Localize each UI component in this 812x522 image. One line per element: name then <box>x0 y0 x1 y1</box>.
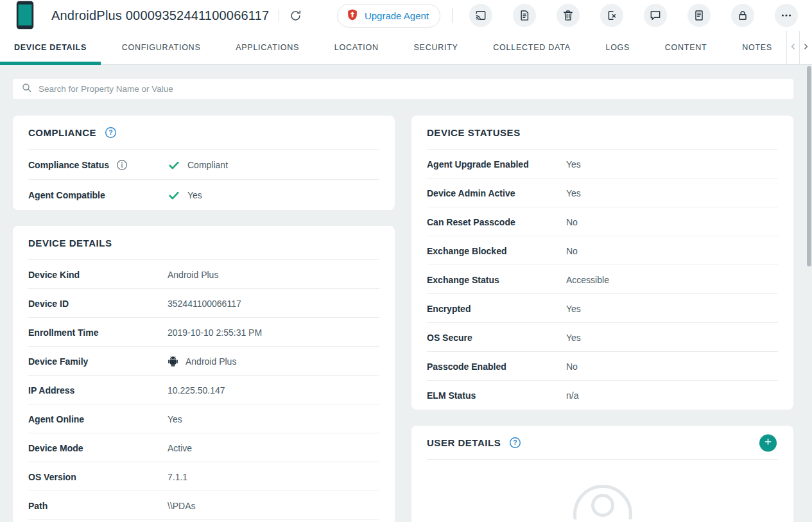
compliance-rows: Compliance Status Compliant Agent Compat… <box>13 150 395 210</box>
property-value: Yes <box>566 333 581 343</box>
person-placeholder-icon <box>572 483 634 522</box>
tab-device-details[interactable]: DEVICE DETAILS <box>0 31 101 64</box>
chevron-left-icon <box>789 42 797 53</box>
tab-label: NOTES <box>742 43 772 52</box>
property-value: 10.225.50.147 <box>168 385 225 396</box>
property-row: Device Family Android Plus <box>13 347 395 376</box>
property-row: IP Address 10.225.50.147 <box>13 376 395 405</box>
property-row: ELM Status n/a <box>411 381 793 410</box>
property-value: Accessible <box>566 275 609 285</box>
device-phone-icon <box>16 1 34 32</box>
property-label: Enrollment Time <box>28 327 168 338</box>
add-user-button[interactable] <box>759 434 777 451</box>
property-value: Android Plus <box>168 270 218 280</box>
tab-label: LOGS <box>605 43 630 52</box>
retire-device-icon <box>605 9 618 22</box>
property-value: Compliant <box>168 159 228 171</box>
tab-collected-data[interactable]: COLLECTED DATA <box>479 31 584 64</box>
compliance-card: COMPLIANCE ? Compliance Status Compliant… <box>13 116 395 210</box>
property-label: Agent Online <box>28 414 168 424</box>
tab-location[interactable]: LOCATION <box>320 31 393 64</box>
header-action-buttons <box>469 4 798 27</box>
property-label: Device Kind <box>28 270 168 280</box>
plus-icon <box>763 437 773 449</box>
property-value: 7.1.1 <box>168 472 187 482</box>
tab-label: APPLICATIONS <box>236 43 299 52</box>
android-icon <box>168 355 178 367</box>
tab-label: CONFIGURATIONS <box>122 43 201 52</box>
property-value: 2019-10-10 2:55:31 PM <box>168 327 262 338</box>
cast-icon <box>474 9 487 22</box>
tab-configurations[interactable]: CONFIGURATIONS <box>108 31 215 64</box>
tab-label: COLLECTED DATA <box>493 43 570 52</box>
file-document-icon <box>518 9 531 22</box>
property-value: Yes <box>168 189 202 202</box>
lock-device-button[interactable] <box>731 4 754 27</box>
device-report-button[interactable] <box>687 4 711 27</box>
info-icon[interactable] <box>116 159 128 171</box>
property-row: Agent Upgrade Enabled Yes <box>411 150 793 178</box>
property-row: Can Reset Passcode No <box>411 207 793 236</box>
tab-label: CONTENT <box>665 43 707 52</box>
property-row: Exchange Blocked No <box>411 236 793 265</box>
property-row: Agent Compatible Yes <box>13 180 395 210</box>
property-row: Path \\PDAs <box>13 491 395 520</box>
tab-security[interactable]: SECURITY <box>399 31 472 64</box>
file-document-button[interactable] <box>513 4 536 27</box>
property-row: Exchange Status Accessible <box>411 265 793 294</box>
property-value: 352441100066117 <box>168 299 241 309</box>
property-value: Android Plus <box>168 355 236 367</box>
send-message-button[interactable] <box>644 4 667 27</box>
user-details-card-title: USER DETAILS <box>427 437 501 448</box>
property-label: Compliance Status <box>28 159 168 171</box>
property-search-input[interactable] <box>39 84 785 94</box>
tab-content[interactable]: CONTENT <box>651 31 721 64</box>
property-row: OS Version 7.1.1 <box>13 462 395 491</box>
property-label: Agent Compatible <box>28 190 168 200</box>
upgrade-agent-button[interactable]: Upgrade Agent <box>337 4 440 28</box>
delete-button[interactable] <box>557 4 580 27</box>
tabs-scroll-next-button[interactable] <box>799 31 812 64</box>
property-value: No <box>566 361 578 372</box>
tab-label: LOCATION <box>334 43 379 52</box>
property-label: Encrypted <box>427 304 566 314</box>
property-label: IP Address <box>28 385 168 396</box>
right-column: DEVICE STATUSES Agent Upgrade Enabled Ye… <box>411 116 793 522</box>
more-options-icon <box>780 9 793 22</box>
tab-logs[interactable]: LOGS <box>591 31 644 64</box>
property-label: Agent Upgrade Enabled <box>427 159 566 170</box>
upgrade-agent-label: Upgrade Agent <box>365 10 429 21</box>
device-details-card: DEVICE DETAILS Device Kind Android Plus … <box>13 226 395 522</box>
retire-device-button[interactable] <box>600 4 623 27</box>
tab-notes[interactable]: NOTES <box>728 31 786 64</box>
tabs-scroll-prev-button[interactable] <box>786 31 799 64</box>
device-statuses-card: DEVICE STATUSES Agent Upgrade Enabled Ye… <box>411 116 793 410</box>
vertical-scrollbar-thumb[interactable] <box>807 66 811 266</box>
property-value: No <box>566 246 578 256</box>
more-options-button[interactable] <box>775 4 798 27</box>
device-details-panel: COMPLIANCE ? Compliance Status Compliant… <box>0 65 812 522</box>
left-column: COMPLIANCE ? Compliance Status Compliant… <box>13 116 395 522</box>
property-label: Passcode Enabled <box>427 361 566 372</box>
property-label: Device Mode <box>28 443 168 453</box>
property-label: Device ID <box>28 299 168 309</box>
lock-device-icon <box>736 9 749 22</box>
device-details-rows: Device Kind Android Plus Device ID 35244… <box>13 260 395 520</box>
device-report-icon <box>693 9 705 22</box>
refresh-button[interactable] <box>289 8 304 23</box>
property-row: Device Kind Android Plus <box>13 260 395 289</box>
property-value: Yes <box>566 188 581 198</box>
tab-applications[interactable]: APPLICATIONS <box>221 31 313 64</box>
chevron-right-icon <box>802 42 810 53</box>
page-title: AndroidPlus 00009352441100066117 <box>51 8 269 23</box>
upgrade-shield-icon <box>346 8 359 23</box>
property-row: Device ID 352441100066117 <box>13 289 395 318</box>
property-value: No <box>566 217 578 227</box>
check-icon <box>168 189 180 202</box>
property-label: OS Version <box>28 472 168 482</box>
cast-button[interactable] <box>469 4 492 27</box>
help-icon[interactable]: ? <box>105 126 117 139</box>
help-icon[interactable]: ? <box>509 437 521 449</box>
property-value: Yes <box>168 414 182 424</box>
property-label: Path <box>28 501 168 511</box>
